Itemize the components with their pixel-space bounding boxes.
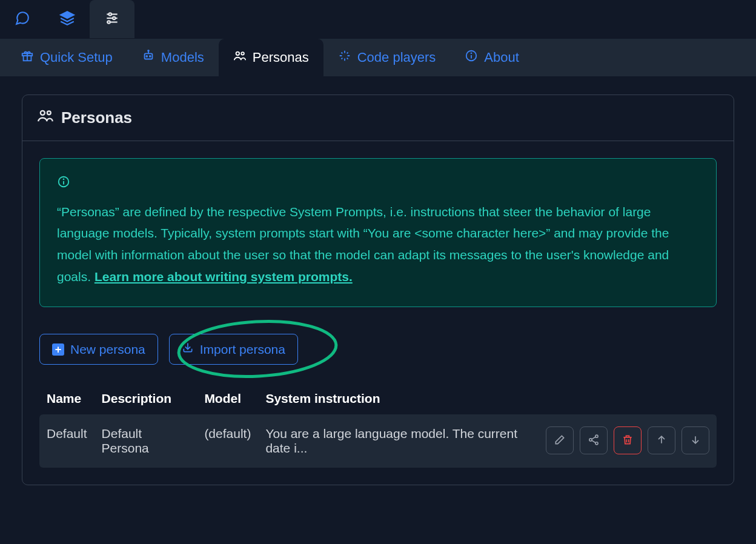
button-label: New persona [70,342,145,357]
share-icon [588,434,600,448]
import-persona-button[interactable]: Import persona [169,334,298,365]
move-up-button[interactable] [648,426,675,454]
move-down-button[interactable] [681,426,709,454]
svg-point-1 [109,13,111,15]
tab-models[interactable]: Models [127,39,219,76]
tab-label: Code players [357,50,436,65]
edit-button[interactable] [546,426,574,454]
top-tab-settings[interactable] [90,0,134,38]
cell-desc: Default Persona [94,414,197,468]
info-icon [57,173,699,195]
svg-line-29 [592,440,596,443]
personas-table: Name Description Model System instructio… [39,383,717,468]
button-label: Import persona [200,342,285,357]
tab-about[interactable]: About [450,39,534,76]
personas-icon [37,107,54,128]
col-model: Model [197,383,258,414]
top-tab-chat[interactable] [0,0,45,38]
svg-point-15 [241,52,244,55]
col-name: Name [39,383,94,414]
robot-icon [142,49,155,66]
settings-nav: Quick Setup Models Personas Code players… [0,39,756,76]
svg-point-5 [107,21,110,23]
info-box: “Personas” are defined by the respective… [39,158,717,307]
arrow-up-icon [655,434,668,448]
svg-line-28 [592,437,596,439]
svg-point-23 [64,179,64,179]
import-icon [182,342,194,357]
tab-label: Personas [253,50,309,65]
svg-point-20 [47,111,51,114]
tab-quick-setup[interactable]: Quick Setup [6,39,127,76]
top-toolbar [0,0,756,39]
cell-name: Default [39,414,94,468]
panel-header: Personas [22,95,734,141]
info-link[interactable]: Learn more about writing system prompts. [94,270,353,284]
info-icon [465,49,478,66]
svg-point-18 [471,53,472,53]
sliders-icon [104,10,120,28]
svg-point-3 [113,16,115,19]
svg-point-11 [150,56,151,57]
personas-panel: Personas “Personas” are defined by the r… [22,95,734,485]
personas-icon [233,49,247,66]
pencil-icon [554,434,566,448]
row-actions [546,426,709,454]
share-button[interactable] [580,426,608,454]
layers-icon [59,10,75,28]
chat-icon [15,10,30,28]
top-tab-layers[interactable] [45,0,90,38]
table-row: Default Default Persona (default) You ar… [39,414,717,468]
tab-label: About [484,50,519,65]
tab-code-players[interactable]: Code players [323,39,451,76]
svg-point-10 [146,56,147,57]
plus-icon: + [52,343,64,356]
col-desc: Description [94,383,197,414]
cell-model: (default) [197,414,258,468]
new-persona-button[interactable]: + New persona [39,334,158,365]
delete-button[interactable] [614,426,642,454]
col-system: System instruction [258,383,539,414]
arrow-down-icon [689,434,701,448]
cell-system: You are a large language model. The curr… [258,414,539,468]
gift-icon [21,49,34,66]
sparkle-icon [338,49,351,66]
action-buttons: + New persona Import persona [39,334,717,365]
trash-icon [622,434,634,448]
tab-personas[interactable]: Personas [219,39,323,76]
svg-point-19 [41,111,45,115]
tab-label: Models [161,50,204,65]
svg-point-14 [236,52,239,56]
svg-point-13 [148,50,149,51]
panel-title: Personas [61,108,132,127]
tab-label: Quick Setup [40,50,113,65]
